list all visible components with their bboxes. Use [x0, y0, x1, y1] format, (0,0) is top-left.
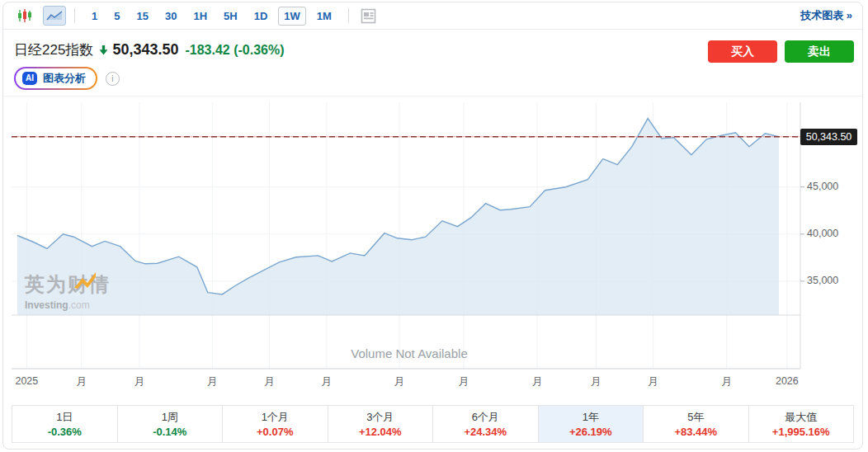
- watermark-en: Investing.com: [25, 299, 111, 311]
- chart-widget-card: 1515301H5H1D1W1M 技术图表 » 日经225指数 50,343.5…: [2, 2, 863, 450]
- tf-button-30[interactable]: 30: [159, 7, 182, 26]
- price-change: -183.42 (-0.36%): [185, 43, 284, 58]
- area-chart-icon[interactable]: [43, 6, 66, 26]
- tf-button-1[interactable]: 1: [86, 7, 103, 26]
- ai-analysis-label: 图表分析: [43, 71, 86, 86]
- x-axis-label: 月: [578, 375, 614, 389]
- period-cell-1日[interactable]: 1日-0.36%: [12, 406, 117, 442]
- ai-analysis-button[interactable]: AI 图表分析: [14, 67, 97, 90]
- header: 日经225指数 50,343.50 -183.42 (-0.36%) 买入 卖出…: [3, 30, 862, 96]
- period-change: +24.34%: [433, 425, 538, 439]
- y-axis-label: 45,000: [807, 181, 838, 192]
- period-label: 3个月: [328, 410, 433, 425]
- candlestick-glyph: [17, 7, 33, 24]
- period-label: 5年: [644, 410, 748, 425]
- period-change: +0.07%: [223, 425, 328, 439]
- x-axis-label: 月: [64, 375, 100, 389]
- period-cell-1年[interactable]: 1年+26.19%: [538, 406, 644, 442]
- x-axis-label: 月: [381, 375, 417, 389]
- ai-row: AI 图表分析 i: [14, 67, 862, 90]
- period-cell-6个月[interactable]: 6个月+24.34%: [432, 406, 538, 442]
- trade-buttons: 买入 卖出: [708, 40, 854, 63]
- x-axis-label: 月: [709, 375, 745, 389]
- period-change: +83.44%: [644, 425, 748, 439]
- info-icon[interactable]: i: [106, 72, 120, 86]
- watermark-cn: 英为财情: [25, 271, 111, 298]
- timeframe-group: 1515301H5H1D1W1M: [83, 7, 340, 26]
- period-change: -0.14%: [118, 425, 223, 439]
- tf-button-1H[interactable]: 1H: [187, 7, 213, 26]
- x-axis-label: 月: [309, 375, 345, 389]
- period-change: -0.36%: [12, 425, 117, 439]
- period-bar: 1日-0.36%1周-0.14%1个月+0.07%3个月+12.04%6个月+2…: [12, 405, 854, 443]
- toolbar-divider: [348, 8, 349, 23]
- ai-badge-icon: AI: [22, 72, 37, 85]
- tf-button-1W[interactable]: 1W: [278, 7, 306, 26]
- news-panel-icon[interactable]: [357, 6, 380, 26]
- buy-button[interactable]: 买入: [708, 40, 777, 63]
- period-cell-1个月[interactable]: 1个月+0.07%: [222, 406, 328, 442]
- tech-chart-link[interactable]: 技术图表 »: [800, 8, 852, 23]
- period-label: 6个月: [433, 410, 538, 425]
- period-cell-最大值[interactable]: 最大值+1,995.16%: [748, 406, 854, 442]
- period-label: 1日: [12, 410, 117, 425]
- toolbar: 1515301H5H1D1W1M 技术图表 »: [3, 2, 862, 30]
- news-panel-glyph: [361, 8, 376, 24]
- period-label: 最大值: [749, 410, 854, 425]
- period-label: 1个月: [223, 410, 328, 425]
- instrument-name: 日经225指数: [14, 40, 93, 59]
- watermark-zigzag-icon: [73, 271, 97, 293]
- period-cell-5年[interactable]: 5年+83.44%: [643, 406, 748, 442]
- area-fill: [17, 119, 779, 315]
- period-change: +26.19%: [539, 425, 644, 439]
- period-cell-1周[interactable]: 1周-0.14%: [117, 406, 223, 442]
- last-price: 50,343.50: [112, 41, 178, 59]
- x-axis-label: 月: [121, 375, 158, 389]
- tf-button-1M[interactable]: 1M: [311, 7, 337, 26]
- x-axis-label: 月: [635, 375, 672, 389]
- tf-button-1D[interactable]: 1D: [248, 7, 274, 26]
- x-axis-label: 月: [252, 375, 288, 389]
- period-change: +12.04%: [328, 425, 433, 439]
- price-tag: 50,343.50: [800, 129, 857, 145]
- y-axis-label: 35,000: [807, 275, 838, 286]
- period-change: +1,995.16%: [749, 425, 854, 439]
- x-axis-label: 月: [194, 375, 230, 389]
- x-axis-label: 月: [519, 375, 555, 389]
- x-axis-label: 2025: [8, 375, 45, 387]
- tf-button-15[interactable]: 15: [130, 7, 153, 26]
- y-axis-label: 40,000: [807, 228, 838, 239]
- watermark: 英为财情 Investing.com: [25, 271, 111, 311]
- toolbar-divider: [74, 8, 75, 23]
- chart-section: 英为财情 Investing.com Volume Not Available …: [3, 96, 862, 397]
- arrow-down-icon: [99, 44, 108, 59]
- tf-button-5H[interactable]: 5H: [218, 7, 243, 26]
- period-cell-3个月[interactable]: 3个月+12.04%: [328, 406, 433, 442]
- candlestick-chart-icon[interactable]: [13, 6, 36, 26]
- volume-status: Volume Not Available: [244, 346, 574, 360]
- area-chart-glyph: [46, 10, 63, 22]
- tf-button-5[interactable]: 5: [108, 7, 125, 26]
- x-axis-label: 月: [446, 375, 482, 389]
- period-label: 1周: [118, 410, 223, 425]
- period-label: 1年: [539, 410, 644, 425]
- sell-button[interactable]: 卖出: [785, 40, 854, 63]
- x-axis-label: 2026: [769, 375, 805, 387]
